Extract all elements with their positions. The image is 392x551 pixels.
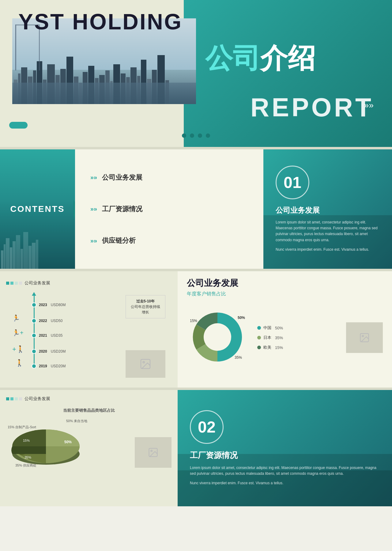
cover-accent-pill xyxy=(9,122,28,129)
slide4-dots xyxy=(6,397,22,400)
business-section-label: 公司业务发展 xyxy=(6,280,168,286)
value-2023: USD80M xyxy=(51,303,66,307)
legend-label-west: 欧美 xyxy=(263,345,271,350)
separator-2 xyxy=(0,269,392,271)
svg-point-11 xyxy=(151,450,153,452)
cover-chevrons: »» xyxy=(364,100,374,110)
business-right-title: 公司业务发展 xyxy=(187,277,383,289)
business-right-panel: 公司业务发展 年度客户销售占比 50% 35% xyxy=(178,271,392,388)
section-01-body: Lorem ipsum dolor sit amet, consectetur … xyxy=(276,219,380,243)
figure-2021: 🏃+ xyxy=(12,329,24,336)
cover-title-cn1: 公司 xyxy=(205,43,260,73)
legend-label-china: 中国 xyxy=(263,325,271,331)
pie3d-label-35: 35% 供应商处 xyxy=(15,463,36,468)
cover-nav-dots xyxy=(182,133,210,138)
dot-3 xyxy=(15,282,18,285)
slide-cover: YST HOLDING 公司介绍 REPORT »» xyxy=(0,0,392,147)
growth-dot-2020 xyxy=(32,349,36,354)
legend-value-china: 50% xyxy=(275,326,283,330)
pie3d-area: 50% 35% 15% 50% 来自当地 35% 供应商处 15% 自制产品-S… xyxy=(6,419,172,468)
section-02-footer: Nunc viverra imperdiet enim. Fusce est. … xyxy=(190,480,380,486)
cover-title-cn2: 介绍 xyxy=(260,43,315,73)
cover-dot-4[interactable] xyxy=(206,133,210,138)
growth-point-2020: 2020 USD20M xyxy=(32,349,66,354)
cover-title-cn: 公司介绍 xyxy=(205,40,315,77)
contents-menu: »» 公司业务发展 »» 工厂资源情况 »» 供应链分析 xyxy=(75,149,263,269)
pie3d-label-15: 15% 自制产品-Sort xyxy=(8,425,36,429)
year-2022: 2022 xyxy=(39,319,47,323)
year-2023: 2023 xyxy=(39,303,47,307)
business-left-panel: 公司业务发展 2019 USD20M 🚶 2020 USD20M +🚶 xyxy=(0,271,178,388)
svg-point-4 xyxy=(362,335,364,337)
slide-contents: CONTENTS »» 公司业务发展 »» 工厂资源情况 »» 供应链分析 01… xyxy=(0,149,392,269)
legend-item-west: 欧美 15% xyxy=(257,345,283,350)
section-02-body: Lorem ipsum dolor sit amet, consectetur … xyxy=(190,465,380,477)
separator-3 xyxy=(0,388,392,390)
pie3d-label-50: 50% 来自当地 xyxy=(66,419,87,423)
cover-report-rest: EPORT xyxy=(272,93,374,122)
dot-1 xyxy=(6,282,9,285)
growth-point-2023: 2023 USD80M xyxy=(32,302,66,307)
value-2020: USD20M xyxy=(51,349,66,354)
dot-2 xyxy=(10,282,13,285)
cover-report-r: R xyxy=(251,93,272,122)
legend-label-japan: 日本 xyxy=(263,335,271,340)
cover-report: REPORT xyxy=(251,92,374,122)
slide-section02: 公司业务发展 当前主要销售品品类地区占比 xyxy=(0,390,392,506)
pie3d-placeholder-img xyxy=(135,437,172,468)
contents-item-1-label: 公司业务发展 xyxy=(102,173,142,182)
dot-4 xyxy=(19,282,22,285)
figure-2022: 🏃 xyxy=(12,314,20,322)
s4-dot-1 xyxy=(6,397,9,400)
svg-text:50%: 50% xyxy=(64,440,72,444)
business-right-placeholder xyxy=(346,322,383,353)
svg-text:35%: 35% xyxy=(24,455,31,459)
donut-chart-area: 50% 35% 15% 中国 50% 日本 35% 欧美 xyxy=(187,306,383,369)
value-2022: USD50 xyxy=(51,319,63,323)
legend-value-japan: 35% xyxy=(275,335,283,340)
legend-item-japan: 日本 35% xyxy=(257,335,283,340)
cover-dot-2[interactable] xyxy=(190,133,194,138)
svg-point-1 xyxy=(143,362,145,363)
cover-dot-1[interactable] xyxy=(182,133,186,138)
legend-item-china: 中国 50% xyxy=(257,325,283,331)
year-2021: 2021 xyxy=(39,333,47,338)
slide-business: 公司业务发展 2019 USD20M 🚶 2020 USD20M +🚶 xyxy=(0,271,392,388)
s4-dot-2 xyxy=(10,397,13,400)
section-01-number-circle: 01 xyxy=(276,166,309,199)
year-2020: 2020 xyxy=(39,349,47,354)
pie3d-svg-container: 50% 35% 15% 50% 来自当地 35% 供应商处 15% 自制产品-S… xyxy=(6,419,86,468)
contents-item-3[interactable]: »» 供应链分析 xyxy=(90,236,248,245)
growth-note-body: 公司年总营收持续增长 xyxy=(130,304,161,315)
slide-section02-card: 02 工厂资源情况 Lorem ipsum dolor sit amet, co… xyxy=(178,390,392,506)
contents-item-1[interactable]: »» 公司业务发展 xyxy=(90,173,248,182)
business-placeholder-img xyxy=(126,350,165,378)
business-label-text: 公司业务发展 xyxy=(24,280,50,286)
growth-point-2021: 2021 USD35 xyxy=(32,333,62,338)
svg-text:15%: 15% xyxy=(23,439,30,442)
contents-item-3-label: 供应链分析 xyxy=(102,236,136,245)
section-01-title: 公司业务发展 xyxy=(276,205,380,215)
pie-label-15: 15% xyxy=(190,319,197,323)
growth-point-2022: 2022 USD50 xyxy=(32,318,62,323)
year-2019: 2019 xyxy=(39,364,47,368)
cover-dot-3[interactable] xyxy=(198,133,202,138)
legend-value-west: 15% xyxy=(275,345,283,350)
chevron-icon-2: »» xyxy=(90,205,97,212)
growth-chart: 2019 USD20M 🚶 2020 USD20M +🚶 2021 USD35 … xyxy=(6,292,168,381)
value-2019: USD20M xyxy=(51,364,66,368)
pie3d-title: 当前主要销售品品类地区占比 xyxy=(6,408,172,413)
figure-2019: 🚶 xyxy=(15,359,24,367)
cover-company-name: YST HOLDING xyxy=(18,9,183,34)
pie-label-35: 35% xyxy=(235,355,242,360)
svg-point-2 xyxy=(204,323,231,351)
section-01-number: 01 xyxy=(284,173,301,192)
growth-note: 过去5-10年 公司年总营收持续增长 xyxy=(126,295,165,318)
growth-dot-2019 xyxy=(32,364,36,369)
separator-1 xyxy=(0,147,392,149)
legend-dot-china xyxy=(257,326,261,330)
contents-item-2[interactable]: »» 工厂资源情况 xyxy=(90,204,248,214)
donut-chart: 50% 35% 15% xyxy=(187,306,248,369)
chart-axis-arrow xyxy=(32,292,36,296)
figure-2020: +🚶 xyxy=(12,345,24,353)
